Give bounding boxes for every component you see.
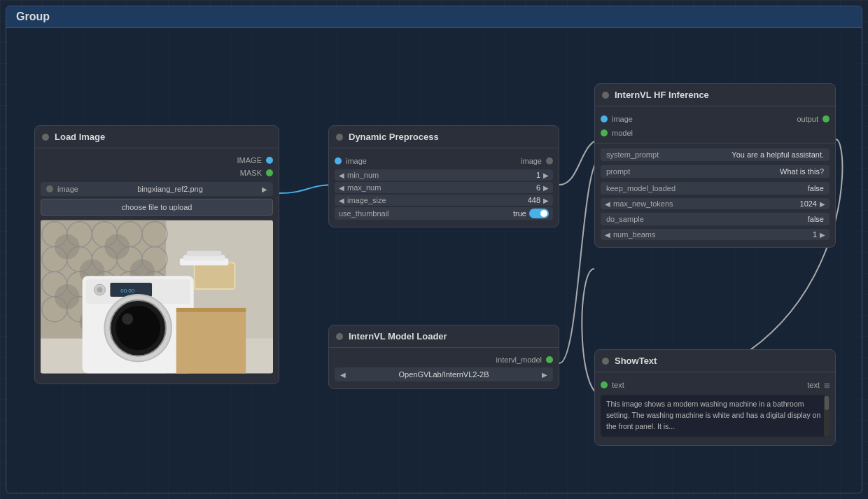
model-arrow-right[interactable]: ▶ [542,371,547,379]
svg-rect-44 [187,251,222,256]
model-loader-body: intervl_model ◀ OpenGVLab/InternVL2-2B ▶ [329,348,559,388]
showtext-grid-icon: ⊞ [824,381,830,389]
showtext-text-output-label: text [807,381,820,389]
dynamic-header: Dynamic Preprocess [329,126,559,148]
max-tokens-value: 1024 [800,199,817,208]
min-num-value: 1 [536,171,540,179]
num-beams-left[interactable]: ◀ [605,231,610,239]
prompt-value: What is this? [780,167,824,176]
image-size-label: image_size [347,196,525,204]
min-num-right[interactable]: ▶ [543,171,549,179]
model-loader-header: InternVL Model Loader [329,325,559,348]
thumbnail-value: true [513,209,526,218]
max-num-right[interactable]: ▶ [543,184,549,192]
node-load-image-header: Load Image [35,126,279,148]
svg-point-35 [97,287,103,293]
svg-point-26 [55,284,80,309]
max-num-row: ◀ max_num 6 ▶ [335,182,553,193]
image-label: image [57,185,78,193]
max-tokens-right[interactable]: ▶ [820,200,825,208]
group-title: Group [6,6,862,28]
filename-row: image bingxiang_ref2.png ▶ [41,182,273,196]
image-output-row: IMAGE [35,154,279,167]
load-image-body: IMAGE MASK image bingxiang_ref2.png ▶ ch… [35,148,279,384]
dynamic-dot [336,134,343,141]
dynamic-image-output[interactable] [546,157,553,164]
hf-model-input[interactable] [601,129,608,136]
showtext-content: This image shows a modern washing machin… [606,400,820,430]
image-size-left[interactable]: ◀ [339,197,344,204]
hf-model-label: model [612,129,633,137]
image-size-value: 448 [528,196,540,204]
node-internvl-hf: InternVL HF Inference image output model… [594,83,836,248]
svg-rect-41 [195,263,234,288]
image-size-right[interactable]: ▶ [543,197,549,204]
showtext-text-input[interactable] [601,381,608,388]
svg-rect-45 [176,311,246,373]
node-model-loader: InternVL Model Loader intervl_model ◀ Op… [328,325,559,389]
max-num-label: max_num [347,183,533,192]
mask-output-label: MASK [240,169,262,177]
hf-output-label: output [797,115,818,123]
mask-output-row: MASK [35,167,279,179]
scrollbar-thumb [825,396,829,410]
image-preview: 00:00 [41,220,273,374]
max-tokens-label: max_new_tokens [613,199,797,208]
min-num-left[interactable]: ◀ [339,171,344,179]
keep-loaded-label: keep_model_loaded [606,184,676,192]
internvl-hf-title: InternVL HF Inference [615,90,709,100]
image-output-connector[interactable] [266,157,273,164]
num-beams-value: 1 [813,230,817,239]
max-num-value: 6 [536,183,540,192]
max-tokens-row: ◀ max_new_tokens 1024 ▶ [601,198,830,209]
model-loader-title: InternVL Model Loader [349,331,447,342]
hf-output-connector[interactable] [822,115,830,122]
svg-point-22 [55,234,80,260]
prompt-label: prompt [606,167,630,176]
intervl-model-connector[interactable] [546,356,553,363]
num-beams-right[interactable]: ▶ [820,231,825,239]
showtext-text-label: text [612,381,624,389]
hf-image-input[interactable] [601,115,608,122]
svg-point-39 [122,314,133,325]
showtext-output-area: This image shows a modern washing machin… [601,395,830,437]
model-dropdown-value: OpenGVLab/InternVL2-2B [349,370,539,379]
image-size-row: ◀ image_size 448 ▶ [335,195,553,206]
max-tokens-left[interactable]: ◀ [605,200,610,208]
do-sample-value: false [808,215,824,223]
thumbnail-row: use_thumbnail true [335,207,553,220]
do-sample-label: do_sample [606,215,644,223]
thumbnail-toggle[interactable] [529,209,549,218]
dynamic-image-label: image [346,157,367,165]
internvl-hf-header: InternVL HF Inference [595,84,835,106]
svg-point-38 [115,306,160,351]
system-prompt-label: system_prompt [606,150,659,159]
thumbnail-label: use_thumbnail [339,209,510,218]
scrollbar[interactable] [824,395,830,437]
load-image-title: Load Image [55,132,105,142]
image-output-label: IMAGE [237,156,262,164]
max-num-left[interactable]: ◀ [339,184,344,192]
filename-left-connector [46,185,53,192]
model-dropdown[interactable]: ◀ OpenGVLab/InternVL2-2B ▶ [335,367,553,381]
num-beams-row: ◀ num_beams 1 ▶ [601,229,830,240]
svg-text:00:00: 00:00 [120,288,134,294]
mask-output-connector[interactable] [266,169,273,176]
showtext-dot [602,358,609,365]
upload-button[interactable]: choose file to upload [41,199,273,216]
model-arrow-left[interactable]: ◀ [340,371,346,379]
node-dynamic-preprocess: Dynamic Preprocess image image ◀ min_num… [328,125,559,227]
outer-group: Group Load Image IMAGE MASK [6,6,862,493]
showtext-body: text text ⊞ This image shows a modern wa… [595,372,835,445]
keep-loaded-value: false [808,184,824,192]
node-load-image: Load Image IMAGE MASK image bingxiang_re… [34,125,279,384]
hf-image-label: image [612,115,633,123]
dynamic-image-input[interactable] [335,157,342,164]
filename-text: bingxiang_ref2.png [83,185,258,193]
dynamic-image-output-label: image [521,157,542,165]
filename-arrow[interactable]: ▶ [262,185,267,193]
model-dropdown-row: ◀ OpenGVLab/InternVL2-2B ▶ [335,367,553,381]
num-beams-label: num_beams [613,230,810,239]
internvl-hf-body: image output model system_prompt You are… [595,106,835,247]
svg-rect-46 [176,308,246,312]
